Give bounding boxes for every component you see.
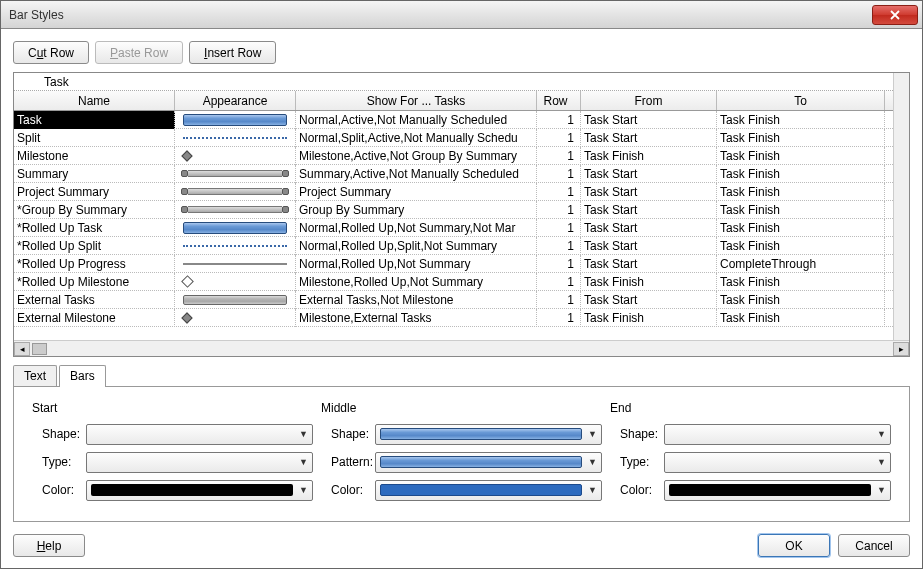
cell-to[interactable]: Task Finish [717,291,885,309]
table-row[interactable]: Project SummaryProject Summary1Task Star… [14,183,909,201]
vertical-scrollbar[interactable] [893,73,909,340]
col-header-appearance[interactable]: Appearance [175,91,296,110]
col-header-name[interactable]: Name [14,91,175,110]
middle-color-combo[interactable]: ▼ [375,480,602,501]
cell-appearance[interactable] [175,111,296,129]
table-row[interactable]: *Rolled Up SplitNormal,Rolled Up,Split,N… [14,237,909,255]
cell-name[interactable]: *Rolled Up Split [14,237,175,255]
scroll-thumb[interactable] [32,343,47,355]
col-header-row[interactable]: Row [537,91,581,110]
col-header-from[interactable]: From [581,91,717,110]
ok-button[interactable]: OK [758,534,830,557]
cell-from[interactable]: Task Start [581,129,717,147]
cell-showfor[interactable]: Milestone,Active,Not Group By Summary [296,147,537,165]
cell-from[interactable]: Task Start [581,237,717,255]
insert-row-button[interactable]: Insert Row [189,41,276,64]
cell-row[interactable]: 1 [537,183,581,201]
horizontal-scrollbar[interactable]: ◂ ▸ [14,340,909,356]
close-button[interactable] [872,5,918,25]
end-type-combo[interactable]: ▼ [664,452,891,473]
cell-name[interactable]: Task [14,111,175,129]
table-row[interactable]: MilestoneMilestone,Active,Not Group By S… [14,147,909,165]
tab-text[interactable]: Text [13,365,57,386]
cell-showfor[interactable]: External Tasks,Not Milestone [296,291,537,309]
cell-showfor[interactable]: Normal,Rolled Up,Not Summary,Not Mar [296,219,537,237]
cell-row[interactable]: 1 [537,147,581,165]
cell-to[interactable]: Task Finish [717,165,885,183]
cell-to[interactable]: Task Finish [717,273,885,291]
cell-appearance[interactable] [175,201,296,219]
paste-row-button[interactable]: Paste Row [95,41,183,64]
cell-to[interactable]: Task Finish [717,129,885,147]
cell-name[interactable]: Milestone [14,147,175,165]
cell-from[interactable]: Task Start [581,165,717,183]
cell-to[interactable]: Task Finish [717,237,885,255]
cell-row[interactable]: 1 [537,237,581,255]
start-type-combo[interactable]: ▼ [86,452,313,473]
cut-row-button[interactable]: Cut Row [13,41,89,64]
table-row[interactable]: TaskNormal,Active,Not Manually Scheduled… [14,111,909,129]
col-header-showfor[interactable]: Show For ... Tasks [296,91,537,110]
start-color-combo[interactable]: ▼ [86,480,313,501]
cell-from[interactable]: Task Start [581,111,717,129]
cell-row[interactable]: 1 [537,219,581,237]
middle-shape-combo[interactable]: ▼ [375,424,602,445]
cell-showfor[interactable]: Milestone,External Tasks [296,309,537,327]
cell-to[interactable]: Task Finish [717,147,885,165]
cell-name[interactable]: *Group By Summary [14,201,175,219]
cell-from[interactable]: Task Start [581,255,717,273]
table-row[interactable]: External MilestoneMilestone,External Tas… [14,309,909,327]
cell-showfor[interactable]: Project Summary [296,183,537,201]
cell-from[interactable]: Task Start [581,201,717,219]
cell-row[interactable]: 1 [537,291,581,309]
cell-appearance[interactable] [175,309,296,327]
cell-showfor[interactable]: Normal,Rolled Up,Split,Not Summary [296,237,537,255]
cell-row[interactable]: 1 [537,201,581,219]
tab-bars[interactable]: Bars [59,365,106,387]
cell-to[interactable]: CompleteThrough [717,255,885,273]
cell-row[interactable]: 1 [537,111,581,129]
cell-appearance[interactable] [175,165,296,183]
table-row[interactable]: SplitNormal,Split,Active,Not Manually Sc… [14,129,909,147]
cell-appearance[interactable] [175,219,296,237]
table-row[interactable]: External TasksExternal Tasks,Not Milesto… [14,291,909,309]
cancel-button[interactable]: Cancel [838,534,910,557]
cell-from[interactable]: Task Start [581,183,717,201]
cell-from[interactable]: Task Start [581,291,717,309]
cell-to[interactable]: Task Finish [717,219,885,237]
cell-to[interactable]: Task Finish [717,183,885,201]
cell-name[interactable]: *Rolled Up Progress [14,255,175,273]
table-row[interactable]: *Group By SummaryGroup By Summary1Task S… [14,201,909,219]
end-shape-combo[interactable]: ▼ [664,424,891,445]
cell-name[interactable]: *Rolled Up Milestone [14,273,175,291]
table-row[interactable]: *Rolled Up MilestoneMilestone,Rolled Up,… [14,273,909,291]
table-row[interactable]: *Rolled Up ProgressNormal,Rolled Up,Not … [14,255,909,273]
cell-from[interactable]: Task Start [581,219,717,237]
cell-row[interactable]: 1 [537,255,581,273]
cell-showfor[interactable]: Normal,Active,Not Manually Scheduled [296,111,537,129]
cell-from[interactable]: Task Finish [581,273,717,291]
cell-name[interactable]: Project Summary [14,183,175,201]
cell-appearance[interactable] [175,147,296,165]
cell-appearance[interactable] [175,255,296,273]
start-shape-combo[interactable]: ▼ [86,424,313,445]
cell-name[interactable]: Split [14,129,175,147]
bar-styles-grid[interactable]: Task Name Appearance Show For ... Tasks … [13,72,910,357]
help-button[interactable]: Help [13,534,85,557]
cell-row[interactable]: 1 [537,165,581,183]
cell-row[interactable]: 1 [537,129,581,147]
cell-from[interactable]: Task Finish [581,147,717,165]
cell-name[interactable]: External Tasks [14,291,175,309]
scroll-right-icon[interactable]: ▸ [893,342,909,356]
cell-name[interactable]: External Milestone [14,309,175,327]
cell-row[interactable]: 1 [537,273,581,291]
cell-appearance[interactable] [175,237,296,255]
cell-appearance[interactable] [175,273,296,291]
cell-to[interactable]: Task Finish [717,309,885,327]
scroll-left-icon[interactable]: ◂ [14,342,30,356]
cell-appearance[interactable] [175,291,296,309]
table-row[interactable]: SummarySummary,Active,Not Manually Sched… [14,165,909,183]
table-row[interactable]: *Rolled Up TaskNormal,Rolled Up,Not Summ… [14,219,909,237]
cell-showfor[interactable]: Summary,Active,Not Manually Scheduled [296,165,537,183]
cell-showfor[interactable]: Normal,Split,Active,Not Manually Schedu [296,129,537,147]
